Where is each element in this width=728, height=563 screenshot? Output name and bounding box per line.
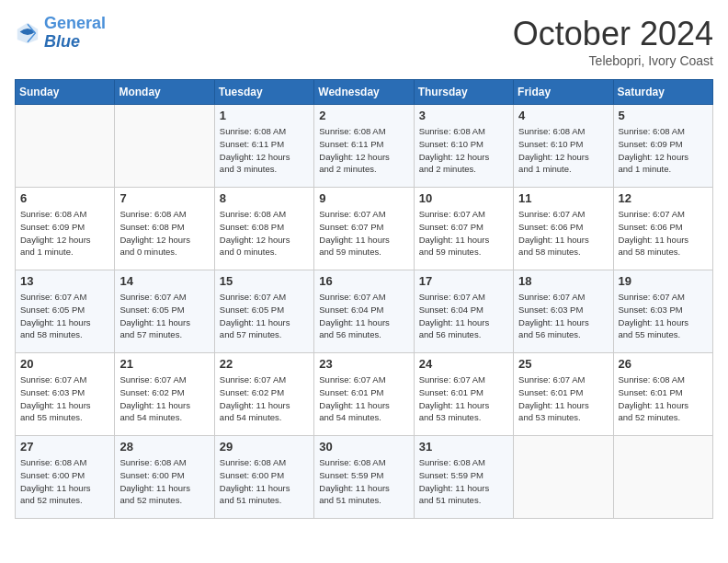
day-number: 20: [20, 357, 109, 371]
day-number: 24: [419, 357, 508, 371]
day-number: 10: [419, 191, 508, 205]
calendar-cell: 18Sunrise: 6:07 AM Sunset: 6:03 PM Dayli…: [514, 270, 613, 353]
day-info: Sunrise: 6:07 AM Sunset: 6:01 PM Dayligh…: [419, 373, 508, 424]
day-info: Sunrise: 6:08 AM Sunset: 6:08 PM Dayligh…: [220, 208, 309, 259]
day-number: 7: [119, 191, 209, 205]
day-info: Sunrise: 6:08 AM Sunset: 6:10 PM Dayligh…: [419, 125, 508, 176]
day-number: 19: [619, 274, 708, 288]
day-number: 16: [319, 274, 408, 288]
day-number: 5: [619, 109, 708, 122]
calendar-cell: [613, 436, 712, 519]
calendar-week-1: 1Sunrise: 6:08 AM Sunset: 6:11 PM Daylig…: [16, 105, 713, 188]
day-info: Sunrise: 6:08 AM Sunset: 6:09 PM Dayligh…: [20, 208, 109, 259]
calendar-cell: 20Sunrise: 6:07 AM Sunset: 6:03 PM Dayli…: [16, 353, 115, 436]
calendar-cell: 2Sunrise: 6:08 AM Sunset: 6:11 PM Daylig…: [314, 105, 414, 188]
day-info: Sunrise: 6:08 AM Sunset: 6:09 PM Dayligh…: [619, 125, 708, 176]
day-number: 23: [319, 357, 408, 371]
day-number: 27: [20, 440, 109, 454]
day-info: Sunrise: 6:08 AM Sunset: 6:08 PM Dayligh…: [119, 208, 209, 259]
day-header-sunday: Sunday: [16, 80, 115, 105]
day-header-friday: Friday: [514, 80, 613, 105]
calendar-cell: 11Sunrise: 6:07 AM Sunset: 6:06 PM Dayli…: [514, 188, 613, 270]
calendar-cell: [514, 436, 613, 519]
day-info: Sunrise: 6:07 AM Sunset: 6:06 PM Dayligh…: [518, 208, 608, 259]
day-number: 15: [220, 274, 309, 288]
day-info: Sunrise: 6:08 AM Sunset: 6:00 PM Dayligh…: [119, 456, 209, 507]
title-block: October 2024 Telebopri, Ivory Coast: [513, 15, 713, 68]
day-info: Sunrise: 6:08 AM Sunset: 6:10 PM Dayligh…: [518, 125, 608, 176]
calendar-cell: 24Sunrise: 6:07 AM Sunset: 6:01 PM Dayli…: [414, 353, 513, 436]
day-number: 2: [319, 109, 408, 122]
calendar-cell: 10Sunrise: 6:07 AM Sunset: 6:07 PM Dayli…: [414, 188, 513, 270]
day-info: Sunrise: 6:07 AM Sunset: 6:05 PM Dayligh…: [20, 291, 109, 341]
calendar-cell: 30Sunrise: 6:08 AM Sunset: 5:59 PM Dayli…: [314, 436, 414, 519]
calendar-cell: 6Sunrise: 6:08 AM Sunset: 6:09 PM Daylig…: [16, 188, 115, 270]
calendar-cell: [115, 105, 214, 188]
calendar-cell: 1Sunrise: 6:08 AM Sunset: 6:11 PM Daylig…: [214, 105, 313, 188]
calendar-table: SundayMondayTuesdayWednesdayThursdayFrid…: [15, 79, 713, 519]
day-number: 4: [518, 109, 608, 122]
logo: General Blue: [15, 15, 106, 52]
logo-text: General Blue: [44, 15, 106, 52]
day-info: Sunrise: 6:07 AM Sunset: 6:02 PM Dayligh…: [220, 373, 309, 424]
calendar-cell: 3Sunrise: 6:08 AM Sunset: 6:10 PM Daylig…: [414, 105, 513, 188]
logo-icon: [15, 20, 40, 46]
day-number: 29: [220, 440, 309, 454]
calendar-week-5: 27Sunrise: 6:08 AM Sunset: 6:00 PM Dayli…: [16, 436, 713, 519]
calendar-cell: 8Sunrise: 6:08 AM Sunset: 6:08 PM Daylig…: [214, 188, 313, 270]
calendar-cell: [16, 105, 115, 188]
calendar-cell: 16Sunrise: 6:07 AM Sunset: 6:04 PM Dayli…: [314, 270, 414, 353]
calendar-cell: 5Sunrise: 6:08 AM Sunset: 6:09 PM Daylig…: [613, 105, 712, 188]
day-info: Sunrise: 6:07 AM Sunset: 6:04 PM Dayligh…: [319, 291, 408, 341]
day-number: 1: [220, 109, 309, 122]
calendar-cell: 28Sunrise: 6:08 AM Sunset: 6:00 PM Dayli…: [115, 436, 214, 519]
calendar-week-4: 20Sunrise: 6:07 AM Sunset: 6:03 PM Dayli…: [16, 353, 713, 436]
calendar-week-3: 13Sunrise: 6:07 AM Sunset: 6:05 PM Dayli…: [16, 270, 713, 353]
day-number: 31: [419, 440, 508, 454]
calendar-cell: 26Sunrise: 6:08 AM Sunset: 6:01 PM Dayli…: [613, 353, 712, 436]
calendar-cell: 17Sunrise: 6:07 AM Sunset: 6:04 PM Dayli…: [414, 270, 513, 353]
day-info: Sunrise: 6:08 AM Sunset: 6:11 PM Dayligh…: [220, 125, 309, 176]
day-header-thursday: Thursday: [414, 80, 513, 105]
day-info: Sunrise: 6:08 AM Sunset: 6:00 PM Dayligh…: [220, 456, 309, 507]
calendar-cell: 25Sunrise: 6:07 AM Sunset: 6:01 PM Dayli…: [514, 353, 613, 436]
calendar-cell: 12Sunrise: 6:07 AM Sunset: 6:06 PM Dayli…: [613, 188, 712, 270]
calendar-cell: 9Sunrise: 6:07 AM Sunset: 6:07 PM Daylig…: [314, 188, 414, 270]
day-number: 8: [220, 191, 309, 205]
day-number: 13: [20, 274, 109, 288]
day-header-tuesday: Tuesday: [214, 80, 313, 105]
day-info: Sunrise: 6:07 AM Sunset: 6:01 PM Dayligh…: [518, 373, 608, 424]
day-info: Sunrise: 6:07 AM Sunset: 6:03 PM Dayligh…: [20, 373, 109, 424]
day-info: Sunrise: 6:07 AM Sunset: 6:03 PM Dayligh…: [619, 291, 708, 341]
day-number: 6: [20, 191, 109, 205]
day-number: 21: [119, 357, 209, 371]
day-info: Sunrise: 6:08 AM Sunset: 6:01 PM Dayligh…: [619, 373, 708, 424]
calendar-cell: 23Sunrise: 6:07 AM Sunset: 6:01 PM Dayli…: [314, 353, 414, 436]
day-number: 22: [220, 357, 309, 371]
day-number: 14: [119, 274, 209, 288]
day-header-wednesday: Wednesday: [314, 80, 414, 105]
calendar-cell: 14Sunrise: 6:07 AM Sunset: 6:05 PM Dayli…: [115, 270, 214, 353]
day-info: Sunrise: 6:07 AM Sunset: 6:05 PM Dayligh…: [220, 291, 309, 341]
day-info: Sunrise: 6:08 AM Sunset: 5:59 PM Dayligh…: [419, 456, 508, 507]
calendar-cell: 22Sunrise: 6:07 AM Sunset: 6:02 PM Dayli…: [214, 353, 313, 436]
day-info: Sunrise: 6:07 AM Sunset: 6:07 PM Dayligh…: [319, 208, 408, 259]
day-info: Sunrise: 6:07 AM Sunset: 6:02 PM Dayligh…: [119, 373, 209, 424]
day-info: Sunrise: 6:07 AM Sunset: 6:06 PM Dayligh…: [619, 208, 708, 259]
day-number: 26: [619, 357, 708, 371]
day-number: 18: [518, 274, 608, 288]
day-number: 17: [419, 274, 508, 288]
calendar-cell: 19Sunrise: 6:07 AM Sunset: 6:03 PM Dayli…: [613, 270, 712, 353]
day-info: Sunrise: 6:08 AM Sunset: 6:00 PM Dayligh…: [20, 456, 109, 507]
calendar-cell: 31Sunrise: 6:08 AM Sunset: 5:59 PM Dayli…: [414, 436, 513, 519]
page-header: General Blue October 2024 Telebopri, Ivo…: [15, 15, 713, 68]
day-number: 3: [419, 109, 508, 122]
calendar-cell: 27Sunrise: 6:08 AM Sunset: 6:00 PM Dayli…: [16, 436, 115, 519]
day-number: 9: [319, 191, 408, 205]
day-info: Sunrise: 6:07 AM Sunset: 6:05 PM Dayligh…: [119, 291, 209, 341]
day-info: Sunrise: 6:07 AM Sunset: 6:07 PM Dayligh…: [419, 208, 508, 259]
calendar-cell: 15Sunrise: 6:07 AM Sunset: 6:05 PM Dayli…: [214, 270, 313, 353]
calendar-cell: 4Sunrise: 6:08 AM Sunset: 6:10 PM Daylig…: [514, 105, 613, 188]
day-number: 28: [119, 440, 209, 454]
month-title: October 2024: [513, 15, 713, 53]
